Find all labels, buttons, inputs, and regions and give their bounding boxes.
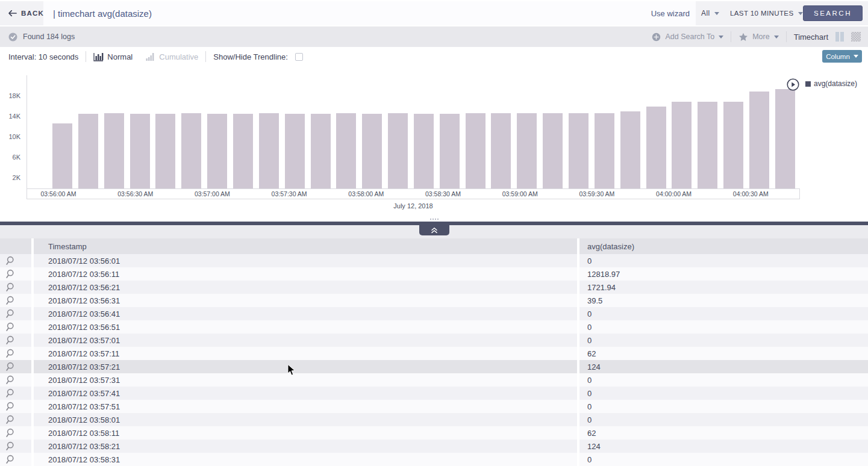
chart-bar[interactable] [259,113,279,188]
chart-bar[interactable] [672,102,692,188]
chart-bar[interactable] [775,89,795,188]
chart-bar[interactable] [52,123,72,188]
chart-legend[interactable]: avg(datasize) [805,79,857,88]
search-button[interactable]: SEARCH [803,5,863,21]
table-row[interactable]: 2018/07/12 03:56:510 [0,320,868,334]
table-row[interactable]: 2018/07/12 03:56:1112818.97 [0,267,868,281]
divider [86,51,86,62]
legend-label: avg(datasize) [814,79,857,88]
timestamp-cell: 2018/07/12 03:58:11 [34,426,577,440]
magnifier-icon[interactable] [0,281,31,294]
table-row[interactable]: 2018/07/12 03:58:21124 [0,440,868,453]
divider [786,31,787,42]
chart-bar[interactable] [466,113,486,188]
chart-bar[interactable] [285,114,305,188]
table-row[interactable]: 2018/07/12 03:57:010 [0,334,868,347]
magnifier-icon[interactable] [0,307,31,320]
table-row[interactable]: 2018/07/12 03:57:310 [0,373,868,387]
value-cell: 62 [579,347,868,360]
time-range-value: LAST 10 MINUTES [730,10,794,17]
y-tick-label: 14K [0,113,20,120]
table-row[interactable]: 2018/07/12 03:56:211721.94 [0,281,868,294]
table-row[interactable]: 2018/07/12 03:58:310 [0,453,868,466]
play-button[interactable] [787,78,799,93]
magnifier-icon[interactable] [0,294,31,307]
trendline-checkbox[interactable] [295,53,303,61]
chart-type-dropdown[interactable]: Column [822,50,862,63]
value-cell: 12818.97 [579,267,868,281]
chart-bar[interactable] [543,113,563,188]
magnifier-icon[interactable] [0,373,31,387]
timestamp-column-header[interactable]: Timestamp [34,238,577,254]
chart-bar[interactable] [362,114,382,188]
collapse-table-button[interactable] [419,225,449,235]
magnifier-icon[interactable] [0,254,31,267]
magnifier-icon[interactable] [0,426,31,440]
chart-bar[interactable] [336,113,356,188]
table-row[interactable]: 2018/07/12 03:58:010 [0,413,868,426]
magnifier-icon[interactable] [0,440,31,453]
chart-bar[interactable] [414,114,434,188]
chart-bar[interactable] [78,114,98,188]
table-body: 2018/07/12 03:56:0102018/07/12 03:56:111… [0,254,868,466]
chart-view-icon[interactable] [835,32,844,42]
chart-bar[interactable] [698,102,717,188]
more-menu[interactable]: More [738,33,778,42]
divider [731,31,731,42]
add-search-to-label: Add Search To [665,33,714,41]
value-column-header[interactable]: avg(datasize) [579,238,868,254]
query-input[interactable]: | timechart avg(datasize) Use wizard [43,1,696,25]
normal-mode-toggle[interactable]: Normal [93,52,133,61]
table-row[interactable]: 2018/07/12 03:57:21124 [0,360,868,373]
magnifier-icon[interactable] [0,360,31,373]
chart-bar[interactable] [646,107,666,188]
magnifier-icon[interactable] [0,347,31,360]
chart-bar[interactable] [440,114,460,188]
use-wizard-link[interactable]: Use wizard [651,1,690,25]
chart-bar[interactable] [181,113,201,188]
chart-bar[interactable] [388,113,408,188]
timestamp-cell: 2018/07/12 03:56:21 [34,281,577,294]
chart-bar[interactable] [130,114,150,188]
chart-bar[interactable] [233,114,253,188]
magnifier-icon[interactable] [0,413,31,426]
table-row[interactable]: 2018/07/12 03:56:410 [0,307,868,320]
chart-bar[interactable] [517,113,537,188]
magnifier-icon[interactable] [0,320,31,334]
chart-bar[interactable] [569,113,589,188]
value-cell: 124 [579,440,868,453]
magnifier-icon[interactable] [0,400,31,413]
cumulative-mode-toggle[interactable]: Cumulative [146,52,198,61]
chart-bar[interactable] [155,114,175,188]
chart-bar[interactable] [491,113,511,188]
table-row[interactable]: 2018/07/12 03:58:1162 [0,426,868,440]
chart-bar[interactable] [595,113,614,188]
timestamp-cell: 2018/07/12 03:58:21 [34,440,577,453]
results-table: Timestamp avg(datasize) 2018/07/12 03:56… [0,238,868,466]
chart-bar[interactable] [311,114,331,188]
chart-bar[interactable] [723,102,743,188]
chevron-down-icon [774,36,779,39]
magnifier-icon[interactable] [0,267,31,281]
table-row[interactable]: 2018/07/12 03:57:510 [0,400,868,413]
chart-bar[interactable] [207,114,227,188]
table-row[interactable]: 2018/07/12 03:57:410 [0,387,868,400]
table-row[interactable]: 2018/07/12 03:57:1162 [0,347,868,360]
time-range-dropdown[interactable]: LAST 10 MINUTES [730,1,803,25]
table-row[interactable]: 2018/07/12 03:56:3139.5 [0,294,868,307]
x-tick-label: 03:57:30 AM [272,190,307,199]
chart-bar[interactable] [620,111,640,188]
panel-divider [0,217,868,238]
scope-dropdown[interactable]: All [701,1,719,25]
table-view-icon[interactable] [851,32,861,42]
chart-bar[interactable] [104,113,124,188]
magnifier-icon[interactable] [0,453,31,466]
chevron-down-icon [714,12,719,15]
check-circle-icon [8,33,17,42]
chart-bar[interactable] [749,92,769,188]
back-button[interactable]: BACK [8,1,44,25]
table-row[interactable]: 2018/07/12 03:56:010 [0,254,868,267]
magnifier-icon[interactable] [0,334,31,347]
add-search-to-menu[interactable]: Add Search To [652,33,723,42]
magnifier-icon[interactable] [0,387,31,400]
